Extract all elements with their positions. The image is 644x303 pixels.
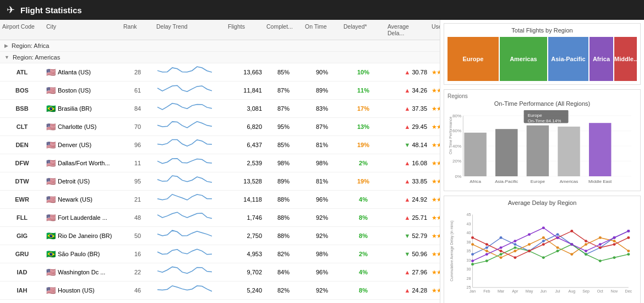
table-row: GIG🇧🇷Rio De Janeiro (BR)502,75088%92%8%▼… <box>0 227 440 245</box>
up-arrow-icon: ▲ <box>405 178 412 185</box>
delayed: 11% <box>341 86 385 95</box>
table-row: DEN🇺🇸Denver (US)966,43785%81%19%▼ 48.14★… <box>0 136 440 154</box>
on-time: 92% <box>303 213 341 222</box>
svg-point-68 <box>570 253 573 256</box>
region-row[interactable]: ▼Region: Americas <box>0 52 440 63</box>
country-flag: 🇺🇸 <box>46 140 56 149</box>
col-flights: Flights <box>226 22 264 37</box>
city-name: Detroit (US) <box>58 178 90 185</box>
city-cell: 🇧🇷Rio De Janeiro (BR) <box>44 230 121 241</box>
svg-text:Dec: Dec <box>625 289 632 293</box>
country-flag: 🇺🇸 <box>46 159 56 167</box>
avg-delay: ▲ 25.71 <box>385 213 429 222</box>
svg-rect-11 <box>464 133 486 176</box>
svg-point-74 <box>485 259 488 262</box>
country-flag: 🇧🇷 <box>46 231 56 240</box>
flights: 2,750 <box>226 231 264 240</box>
completion: 88% <box>264 213 303 222</box>
user-rating: ★★★★☆ <box>429 68 440 77</box>
city-name: Boston (US) <box>58 87 91 94</box>
city-cell: 🇺🇸Atlanta (US) <box>44 67 121 78</box>
svg-text:45: 45 <box>467 213 471 217</box>
svg-text:Sep: Sep <box>582 289 590 294</box>
table-row: BOS🇺🇸Boston (US)6111,84187%89%11%▲ 34.26… <box>0 82 440 100</box>
up-arrow-icon: ▲ <box>405 123 412 130</box>
avg-delay: ▼ 50.96 <box>385 250 429 258</box>
region-row[interactable]: ▶Region: Africa <box>0 40 440 52</box>
on-time: 96% <box>303 268 341 277</box>
table-row: BSB🇧🇷Brasilia (BR)843,08187%83%17%▲ 37.3… <box>0 100 440 118</box>
on-time: 87% <box>303 122 341 131</box>
city-name: Denver (US) <box>58 142 91 148</box>
svg-point-96 <box>627 236 630 239</box>
ontime-chart: Regions On-Time Performance (All Regions… <box>444 89 641 191</box>
airport-code: ATL <box>0 68 44 77</box>
delayed: 19% <box>341 177 385 186</box>
svg-text:35: 35 <box>467 250 471 253</box>
rank: 21 <box>121 195 154 204</box>
delayed: 8% <box>341 286 385 295</box>
svg-point-51 <box>499 236 502 239</box>
region-bar: Middle.. <box>614 37 637 81</box>
svg-rect-20 <box>558 127 580 176</box>
app-header: ✈ Flight Statistics <box>0 0 644 20</box>
delay-trend <box>154 137 226 153</box>
svg-text:40%: 40% <box>452 144 461 149</box>
table-row: ATL🇺🇸Atlanta (US)2813,66385%90%10%▲ 30.7… <box>0 63 440 82</box>
completion: 95% <box>264 122 303 131</box>
flights: 6,437 <box>226 140 264 149</box>
country-flag: 🇺🇸 <box>46 68 56 77</box>
svg-point-76 <box>514 246 516 249</box>
collapse-icon[interactable]: ▼ <box>4 55 9 60</box>
flights: 13,528 <box>226 177 264 186</box>
svg-text:Mar: Mar <box>498 289 505 293</box>
col-avg-delay: Average Dela... <box>385 22 429 37</box>
rank: 22 <box>121 268 154 277</box>
svg-text:Jun: Jun <box>541 289 547 293</box>
rank: 70 <box>121 122 154 131</box>
delay-trend <box>154 246 226 262</box>
svg-text:Aug: Aug <box>569 289 576 294</box>
user-rating: ★★★★☆ <box>429 286 440 295</box>
expand-icon[interactable]: ▶ <box>4 43 8 48</box>
delay-trend <box>154 101 226 116</box>
svg-point-99 <box>499 246 502 249</box>
table-body[interactable]: ▶Region: Africa▼Region: AmericasATL🇺🇸Atl… <box>0 40 440 303</box>
svg-point-107 <box>613 236 615 239</box>
completion: 87% <box>264 104 303 113</box>
user-rating: ★★★★☆ <box>429 213 440 223</box>
svg-point-97 <box>471 259 474 262</box>
user-rating: ★★★★☆ <box>429 231 440 241</box>
delayed: 4% <box>341 268 385 277</box>
avg-delay: ▲ 27.96 <box>385 268 429 277</box>
user-rating: ★★★★★ <box>429 104 440 113</box>
flights: 11,841 <box>226 86 264 95</box>
col-delayed: Delayed* <box>341 22 385 37</box>
svg-point-64 <box>514 250 516 252</box>
svg-point-103 <box>556 236 559 239</box>
avg-delay: ▲ 16.08 <box>385 159 429 167</box>
svg-text:38: 38 <box>467 240 471 244</box>
svg-text:Middle East: Middle East <box>588 179 612 184</box>
avg-delay: ▲ 33.85 <box>385 177 429 186</box>
user-rating: ★★★★☆ <box>429 195 440 204</box>
on-time: 98% <box>303 159 341 167</box>
svg-text:20%: 20% <box>452 159 461 164</box>
flights: 3,081 <box>226 104 264 113</box>
table-panel: Airport Code City Rank Delay Trend Fligh… <box>0 20 440 303</box>
svg-text:80%: 80% <box>452 113 461 118</box>
svg-rect-22 <box>589 123 611 176</box>
total-flights-title: Total Flights by Region <box>447 27 637 34</box>
on-time: 96% <box>303 195 341 204</box>
rank: 16 <box>121 250 154 258</box>
svg-rect-15 <box>527 126 549 176</box>
up-arrow-icon: ▲ <box>405 105 412 112</box>
svg-point-71 <box>613 240 615 242</box>
city-name: Houston (US) <box>58 287 95 294</box>
svg-text:Feb: Feb <box>483 289 490 293</box>
svg-point-62 <box>485 250 488 252</box>
table-row: DTW🇺🇸Detroit (US)9513,52889%81%19%▲ 33.8… <box>0 172 440 191</box>
country-flag: 🇺🇸 <box>46 286 56 295</box>
flights: 9,702 <box>226 268 264 277</box>
svg-point-93 <box>585 240 587 242</box>
